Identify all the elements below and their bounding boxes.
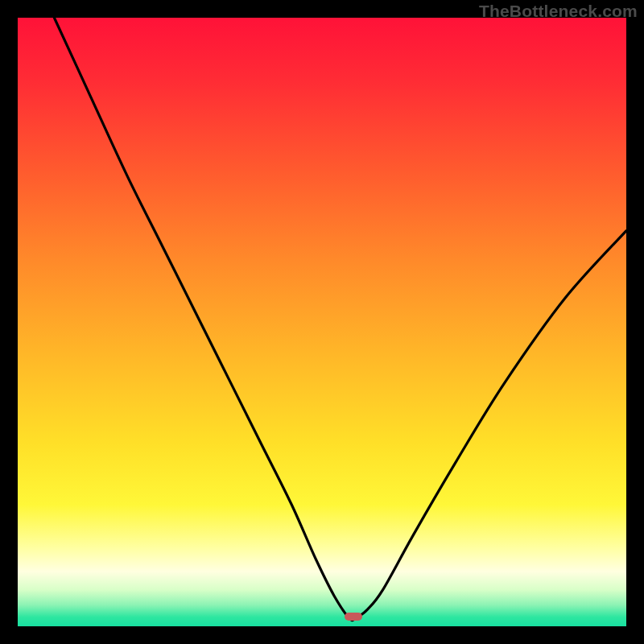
bottleneck-curve bbox=[18, 18, 626, 626]
bottleneck-min-marker bbox=[345, 613, 362, 621]
watermark-text: TheBottleneck.com bbox=[479, 2, 638, 21]
chart-frame: TheBottleneck.com bbox=[0, 0, 644, 644]
plot-area bbox=[18, 18, 626, 626]
